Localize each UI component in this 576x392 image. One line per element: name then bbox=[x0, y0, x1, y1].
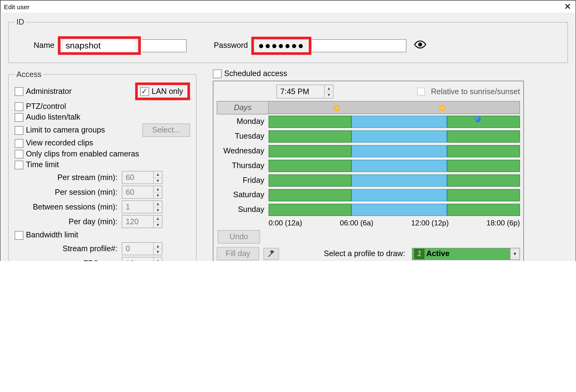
name-highlight bbox=[58, 36, 141, 55]
per-stream-spinner[interactable]: 60▲▼ bbox=[122, 171, 162, 184]
select-groups-button[interactable]: Select... bbox=[143, 124, 190, 137]
scheduled-access-checkbox[interactable] bbox=[213, 69, 221, 78]
name-input[interactable] bbox=[63, 40, 136, 52]
access-legend: Access bbox=[15, 70, 43, 79]
profile-select[interactable]: 1 Active ▾ bbox=[412, 248, 520, 259]
password-input[interactable] bbox=[312, 39, 406, 52]
id-group: ID Name Password ●●●●●●● bbox=[8, 18, 568, 63]
bandwidth-label: Bandwidth limit bbox=[26, 231, 78, 239]
close-icon[interactable]: ✕ bbox=[564, 1, 571, 12]
axis-tick: 18:00 (6p) bbox=[486, 219, 520, 228]
days-header[interactable]: Days bbox=[217, 101, 269, 114]
titlebar: Edit user ✕ bbox=[0, 0, 575, 12]
fps-label: FPS max: bbox=[15, 259, 122, 261]
axis-tick: 0:00 (12a) bbox=[269, 219, 302, 228]
ptz-label: PTZ/control bbox=[26, 102, 66, 111]
magic-wand-button[interactable] bbox=[263, 248, 279, 259]
limit-groups-checkbox[interactable] bbox=[15, 126, 23, 134]
stream-profile-spinner[interactable]: 0▲▼ bbox=[122, 242, 162, 255]
schedule-panel: 7:45 PM▲▼ Relative to sunrise/sunset Day… bbox=[213, 81, 524, 261]
per-session-spinner[interactable]: 60▲▼ bbox=[122, 186, 162, 198]
timeline-row[interactable] bbox=[269, 202, 520, 217]
ptz-checkbox[interactable] bbox=[15, 102, 23, 111]
timeline-header bbox=[269, 101, 520, 114]
between-label: Between sessions (min): bbox=[15, 202, 122, 212]
fps-spinner[interactable]: 10▲▼ bbox=[122, 257, 162, 261]
chevron-down-icon: ▾ bbox=[510, 248, 520, 259]
time-limit-checkbox[interactable] bbox=[15, 160, 23, 169]
relative-checkbox[interactable] bbox=[417, 88, 425, 95]
timeline-row[interactable] bbox=[269, 159, 520, 173]
between-spinner[interactable]: 1▲▼ bbox=[122, 200, 162, 213]
administrator-checkbox[interactable] bbox=[15, 87, 23, 96]
day-label: Saturday bbox=[217, 188, 269, 202]
access-group: Access Administrator LAN only PTZ/contro… bbox=[8, 70, 197, 261]
enabled-cameras-checkbox[interactable] bbox=[15, 150, 23, 158]
svg-point-0 bbox=[419, 43, 422, 46]
time-limit-label: Time limit bbox=[26, 160, 59, 169]
up-arrow-icon: ▲ bbox=[154, 171, 162, 178]
day-label: Wednesday bbox=[217, 144, 269, 159]
per-stream-label: Per stream (min): bbox=[15, 173, 122, 182]
day-label: Friday bbox=[217, 173, 269, 188]
sunset-icon bbox=[439, 105, 445, 111]
select-profile-label: Select a profile to draw: bbox=[283, 249, 408, 258]
axis-tick: 06:00 (6a) bbox=[340, 219, 373, 228]
enabled-cameras-label: Only clips from enabled cameras bbox=[26, 149, 139, 159]
down-arrow-icon: ▼ bbox=[154, 178, 162, 183]
audio-checkbox[interactable] bbox=[15, 113, 23, 121]
timeline-row[interactable] bbox=[269, 144, 520, 159]
scheduled-access-label: Scheduled access bbox=[224, 69, 287, 78]
lan-only-checkbox[interactable] bbox=[140, 87, 149, 96]
audio-label: Audio listen/talk bbox=[26, 113, 80, 122]
reveal-password-icon[interactable] bbox=[414, 38, 426, 52]
password-mask: ●●●●●●● bbox=[256, 40, 307, 51]
day-label: Monday bbox=[217, 114, 269, 129]
relative-label: Relative to sunrise/sunset bbox=[431, 87, 520, 96]
window-title: Edit user bbox=[4, 3, 29, 10]
schedule-axis: 0:00 (12a)06:00 (6a)12:00 (12p)18:00 (6p… bbox=[269, 217, 520, 229]
fill-day-button[interactable]: Fill day bbox=[217, 247, 259, 260]
timeline-row[interactable] bbox=[269, 114, 520, 129]
limit-groups-label: Limit to camera groups bbox=[26, 126, 105, 135]
name-input-ext[interactable] bbox=[142, 39, 186, 52]
timeline-row[interactable] bbox=[269, 129, 520, 144]
day-label: Tuesday bbox=[217, 129, 269, 144]
axis-tick: 12:00 (12p) bbox=[411, 219, 448, 228]
administrator-label: Administrator bbox=[26, 87, 71, 96]
profile-icon: 1 bbox=[414, 248, 424, 259]
lan-only-label: LAN only bbox=[152, 87, 183, 96]
password-highlight: ●●●●●●● bbox=[251, 37, 311, 55]
profile-active-label: Active bbox=[426, 249, 510, 258]
edit-user-dialog: Edit user ✕ ID Name Password ●●●●●●● bbox=[0, 0, 576, 261]
per-day-label: Per day (min): bbox=[15, 217, 122, 226]
view-clips-checkbox[interactable] bbox=[15, 139, 23, 148]
sunrise-icon bbox=[334, 105, 340, 111]
day-label: Sunday bbox=[217, 202, 269, 217]
bandwidth-checkbox[interactable] bbox=[15, 231, 23, 240]
per-session-label: Per session (min): bbox=[15, 188, 122, 197]
id-legend: ID bbox=[15, 18, 26, 27]
timeline-row[interactable] bbox=[269, 188, 520, 202]
timeline-row[interactable] bbox=[269, 173, 520, 188]
schedule-time-spinner[interactable]: 7:45 PM▲▼ bbox=[276, 85, 333, 98]
password-label: Password bbox=[200, 41, 248, 50]
stream-profile-label: Stream profile#: bbox=[15, 244, 122, 254]
day-label: Thursday bbox=[217, 159, 269, 173]
view-clips-label: View recorded clips bbox=[26, 139, 93, 148]
per-day-spinner[interactable]: 120▲▼ bbox=[122, 215, 162, 228]
name-label: Name bbox=[16, 41, 55, 50]
undo-button[interactable]: Undo bbox=[218, 230, 260, 244]
